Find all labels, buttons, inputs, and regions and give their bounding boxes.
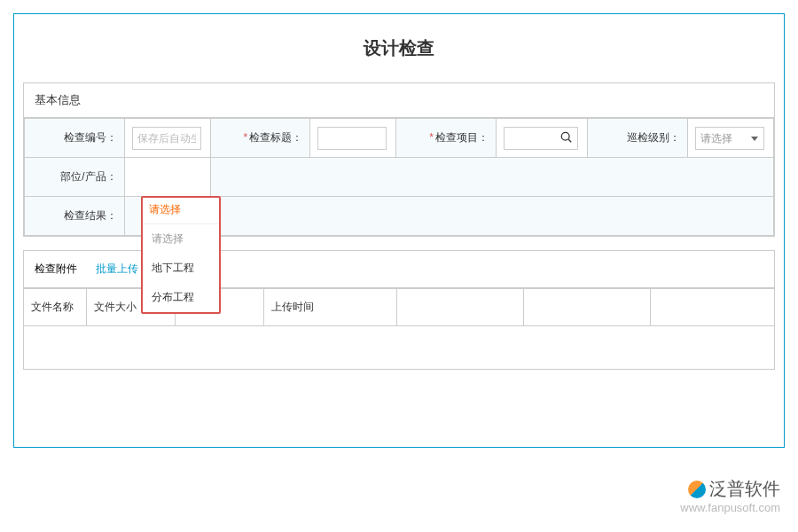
label-check-number: 检查编号： [25, 119, 125, 158]
label-check-project: *检查项目： [396, 119, 497, 158]
check-project-search [504, 127, 578, 150]
label-check-result: 检查结果： [25, 197, 125, 236]
cell-check-title [310, 119, 396, 158]
dropdown-trigger[interactable]: 请选择 [143, 198, 219, 224]
chevron-down-icon [751, 137, 758, 141]
check-title-input[interactable] [317, 127, 387, 150]
inspection-level-select[interactable]: 请选择 [695, 127, 764, 150]
watermark: 泛普软件 www.fanpusoft.com [680, 477, 780, 514]
dropdown-option-underground[interactable]: 地下工程 [143, 254, 219, 283]
check-number-input[interactable] [132, 127, 201, 150]
label-check-title: *检查标题： [210, 119, 310, 158]
watermark-url: www.fanpusoft.com [680, 501, 780, 514]
col-filename: 文件名称 [24, 289, 86, 326]
watermark-brand: 泛普软件 [680, 477, 780, 501]
part-product-dropdown: 请选择 请选择 地下工程 分布工程 [141, 196, 221, 314]
required-marker: * [429, 131, 434, 144]
basic-info-header: 基本信息 [24, 83, 774, 118]
cell-check-result[interactable] [124, 197, 773, 236]
main-container: 设计检查 基本信息 检查编号： *检查标题： *检查项目： [13, 13, 785, 448]
required-marker: * [244, 131, 248, 144]
attachments-section: 检查附件 批量上传 文件名称 文件大小 上传人 上传时间 [23, 250, 775, 370]
label-inspection-level: 巡检级别： [588, 119, 688, 158]
col-empty2 [523, 289, 650, 326]
cell-check-number [124, 119, 210, 158]
label-part-product: 部位/产品： [25, 158, 125, 197]
cell-check-project [496, 119, 587, 158]
file-table: 文件名称 文件大小 上传人 上传时间 [24, 288, 774, 326]
dropdown-option-placeholder[interactable]: 请选择 [143, 224, 219, 254]
cell-part-product [124, 158, 210, 197]
attachments-label: 检查附件 [35, 262, 77, 277]
dropdown-option-distribution[interactable]: 分布工程 [143, 283, 219, 312]
empty-cell [210, 158, 773, 197]
basic-info-section: 基本信息 检查编号： *检查标题： *检查项目： [23, 82, 775, 237]
logo-icon [688, 481, 706, 498]
page-title: 设计检查 [14, 14, 784, 82]
bulk-upload-button[interactable]: 批量上传 [90, 258, 144, 280]
cell-inspection-level: 请选择 [687, 119, 773, 158]
col-uploadtime: 上传时间 [263, 289, 396, 326]
col-empty1 [396, 289, 523, 326]
basic-info-table: 检查编号： *检查标题： *检查项目： [24, 118, 774, 236]
check-project-input[interactable] [504, 127, 578, 150]
attachments-header: 检查附件 批量上传 [24, 251, 774, 288]
col-empty3 [651, 289, 774, 326]
